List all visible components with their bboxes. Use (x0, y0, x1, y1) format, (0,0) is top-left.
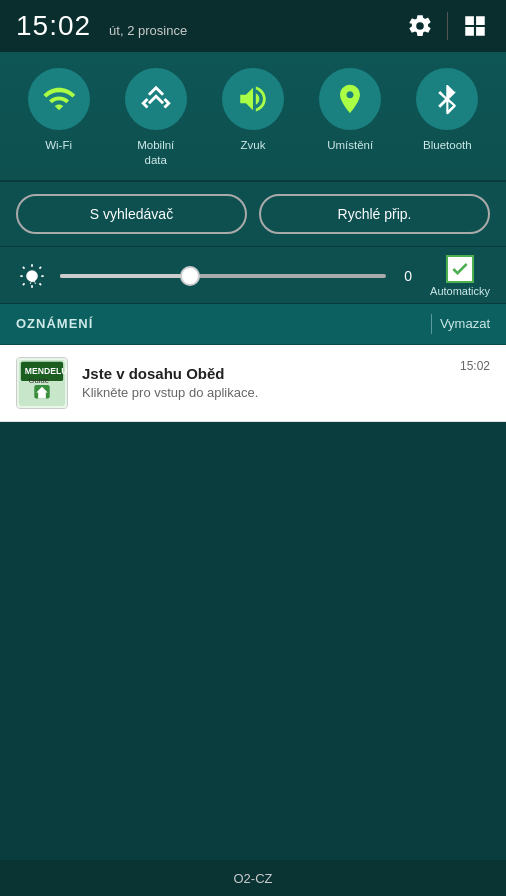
notifications-header: OZNÁMENÍ Vymazat (0, 304, 506, 345)
status-bar: 15:02 út, 2 prosince (0, 0, 506, 52)
bluetooth-label: Bluetooth (423, 138, 472, 153)
brightness-row: A 0 Automaticky (0, 247, 506, 304)
notifications-divider (431, 314, 432, 334)
sound-button[interactable] (222, 68, 284, 130)
search-button[interactable]: S vyhledávač (16, 194, 247, 234)
notification-title: Jste v dosahu Oběd (82, 365, 460, 382)
svg-text:Guide: Guide (29, 376, 50, 385)
toggle-mobile-data[interactable]: Mobilnídata (125, 68, 187, 168)
auto-brightness-label: Automaticky (430, 285, 490, 297)
clear-notifications-button[interactable]: Vymazat (440, 316, 490, 331)
toggle-location[interactable]: Umístění (319, 68, 381, 153)
clock: 15:02 (16, 10, 91, 42)
location-button[interactable] (319, 68, 381, 130)
notification-item[interactable]: MENDELU Guide Jste v dosahu Oběd Kliknět… (0, 345, 506, 422)
mobile-data-label: Mobilnídata (137, 138, 174, 168)
quick-connect-button[interactable]: Rychlé přip. (259, 194, 490, 234)
quick-toggles-panel: Wi-Fi Mobilnídata Zvuk (0, 52, 506, 182)
notification-content: Jste v dosahu Oběd Klikněte pro vstup do… (82, 365, 460, 400)
wifi-button[interactable] (28, 68, 90, 130)
settings-icon[interactable] (405, 11, 435, 41)
mobile-data-button[interactable] (125, 68, 187, 130)
notifications-title: OZNÁMENÍ (16, 316, 93, 331)
bluetooth-button[interactable] (416, 68, 478, 130)
notification-list: MENDELU Guide Jste v dosahu Oběd Kliknět… (0, 345, 506, 422)
date: út, 2 prosince (109, 23, 187, 38)
sound-label: Zvuk (241, 138, 266, 153)
carrier-bar: O2-CZ (0, 860, 506, 896)
auto-brightness-check[interactable] (446, 255, 474, 283)
wifi-label: Wi-Fi (45, 138, 72, 153)
svg-text:A: A (30, 276, 37, 286)
brightness-value: 0 (398, 268, 418, 284)
toggle-wifi[interactable]: Wi-Fi (28, 68, 90, 153)
carrier-name: O2-CZ (234, 871, 273, 886)
app-icon: MENDELU Guide (16, 357, 68, 409)
notification-subtitle: Klikněte pro vstup do aplikace. (82, 385, 460, 400)
brightness-slider[interactable] (60, 274, 386, 278)
location-label: Umístění (327, 138, 373, 153)
auto-brightness-checkbox-area[interactable]: Automaticky (430, 255, 490, 297)
grid-icon[interactable] (460, 11, 490, 41)
svg-text:MENDELU: MENDELU (25, 366, 67, 376)
toggles-row: Wi-Fi Mobilnídata Zvuk (10, 68, 496, 168)
status-icons (405, 11, 490, 41)
brightness-icon: A (16, 260, 48, 292)
buttons-row: S vyhledávač Rychlé přip. (0, 182, 506, 247)
notification-time: 15:02 (460, 359, 490, 373)
status-divider (447, 12, 448, 40)
toggle-sound[interactable]: Zvuk (222, 68, 284, 153)
toggle-bluetooth[interactable]: Bluetooth (416, 68, 478, 153)
